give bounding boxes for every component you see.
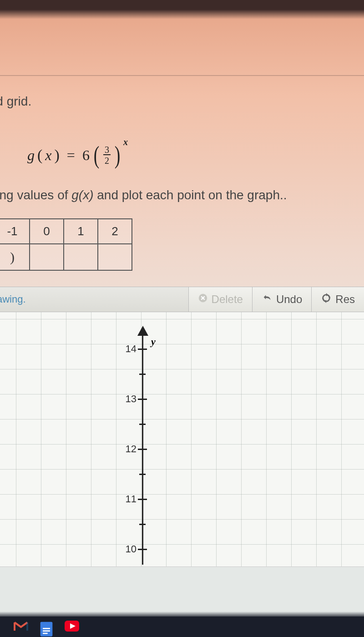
table-cell[interactable]: 0 xyxy=(30,219,64,244)
divider xyxy=(0,75,364,76)
windows-taskbar[interactable] xyxy=(0,617,364,637)
table-cell[interactable]: 2 xyxy=(98,219,132,244)
tick-label: 14 xyxy=(118,343,136,355)
table-cell[interactable]: 1 xyxy=(64,219,98,244)
instruction-top: vided grid. xyxy=(0,94,364,109)
table-cell[interactable]: -1 xyxy=(0,219,30,244)
tick-label: 10 xyxy=(118,543,136,555)
graph-grid xyxy=(0,312,364,566)
table-cell[interactable] xyxy=(98,244,132,270)
table-row: ) xyxy=(0,244,132,270)
value-table[interactable]: -1 0 1 2 ) xyxy=(0,218,132,271)
formula-var: x xyxy=(45,147,51,164)
axis-tick-minor xyxy=(139,374,146,375)
youtube-icon[interactable] xyxy=(65,621,79,633)
table-cell[interactable]: ) xyxy=(0,244,30,270)
axis-tick-minor xyxy=(139,524,146,525)
axis-tick xyxy=(138,399,147,400)
formula-gx: g ( x ) = 6 ( 3 2 ) x xyxy=(27,145,364,165)
formula-fraction: 3 2 xyxy=(103,145,111,165)
formula-func: g xyxy=(27,147,35,164)
undo-icon xyxy=(262,293,273,306)
reset-icon xyxy=(321,293,332,306)
instruction-mid: ponding values of g(x) and plot each poi… xyxy=(0,188,364,202)
tick-label: 11 xyxy=(118,493,136,505)
graph-canvas[interactable]: y 14 13 12 11 10 xyxy=(0,312,364,567)
gmail-icon[interactable] xyxy=(14,621,28,633)
delete-icon xyxy=(198,293,208,306)
tick-label: 12 xyxy=(118,443,136,455)
formula-exponent: x xyxy=(123,137,128,147)
axis-tick xyxy=(138,449,147,450)
svg-rect-3 xyxy=(43,630,50,632)
table-row: -1 0 1 2 xyxy=(0,219,132,244)
axis-tick xyxy=(138,549,147,550)
axis-tick-minor xyxy=(139,424,146,425)
axis-tick xyxy=(138,349,147,350)
toolbar-hint: a drawing. xyxy=(0,287,188,312)
axis-tick-minor xyxy=(139,474,146,475)
svg-rect-2 xyxy=(43,627,50,629)
axis-tick xyxy=(138,499,147,500)
table-cell[interactable] xyxy=(30,244,64,270)
svg-rect-4 xyxy=(43,632,48,634)
table-cell[interactable] xyxy=(64,244,98,270)
delete-button[interactable]: Delete xyxy=(188,287,252,312)
undo-button[interactable]: Undo xyxy=(252,287,311,312)
y-axis-label: y xyxy=(151,336,156,348)
docs-icon[interactable] xyxy=(39,621,54,633)
formula-coef: 6 xyxy=(82,147,90,164)
tick-label: 13 xyxy=(118,393,136,405)
reset-button[interactable]: Res xyxy=(311,287,364,312)
drawing-toolbar: a drawing. Delete Undo Res xyxy=(0,287,364,312)
